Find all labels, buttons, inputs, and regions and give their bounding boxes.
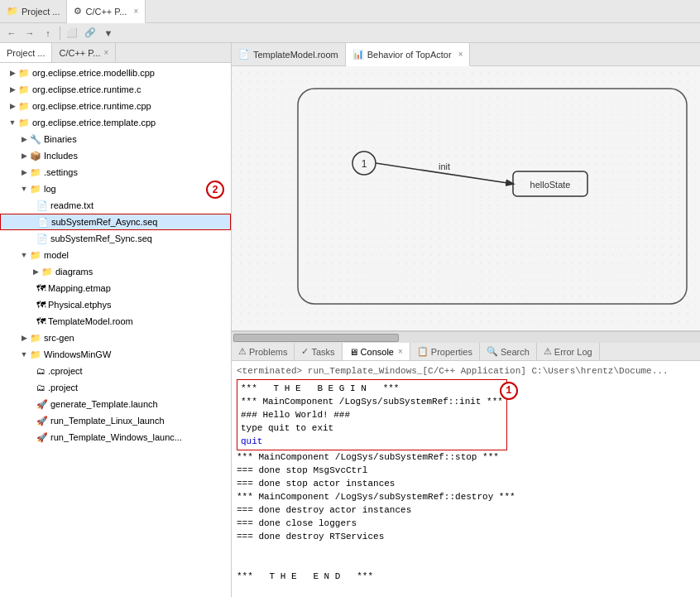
tree-item-run-linux[interactable]: 🚀 run_Template_Linux_launch — [0, 412, 231, 429]
label-generate-launch: generate_Template.launch — [50, 399, 158, 409]
scrollbar-thumb[interactable] — [233, 334, 399, 342]
templatemodel-tab-label: TemplateModel.room — [253, 50, 338, 60]
right-panel: 📄 TemplateModel.room 📊 Behavior of TopAc… — [232, 43, 700, 597]
tree-item-windowsmingw[interactable]: ▼ 📁 WindowsMinGW — [0, 346, 231, 363]
errorlog-label: Error Log — [554, 347, 592, 357]
cpp-tab-close-left[interactable]: × — [103, 48, 108, 57]
tree-item-log[interactable]: ▼ 📁 log 2 — [0, 181, 231, 197]
tab-templatemodel[interactable]: 📄 TemplateModel.room — [232, 43, 346, 65]
back-button[interactable]: ← — [3, 25, 20, 41]
icon-dotproject: 🗂 — [36, 383, 46, 392]
label-srcgen: src-gen — [44, 333, 74, 343]
label-run-linux: run_Template_Linux_launch — [50, 416, 165, 426]
icon-settings: 📁 — [30, 167, 41, 178]
tab-problems[interactable]: ⚠ Problems — [232, 343, 295, 360]
properties-icon: 📋 — [417, 346, 429, 357]
tab-tasks[interactable]: ✓ Tasks — [295, 343, 342, 360]
forward-button[interactable]: → — [22, 25, 38, 41]
tab-project-explorer[interactable]: Project ... — [0, 43, 52, 62]
console-line-init: *** MainComponent /LogSys/subSystemRef::… — [241, 395, 503, 408]
templatemodel-tab-icon: 📄 — [238, 49, 250, 60]
icon-physical: 🗺 — [36, 300, 46, 310]
label-modellib: org.eclipse.etrice.modellib.cpp — [32, 68, 155, 78]
tree-item-readme[interactable]: 📄 readme.txt — [0, 197, 231, 214]
tab-console[interactable]: 🖥 Console × — [343, 343, 410, 360]
console-tab-close[interactable]: × — [398, 347, 403, 356]
up-button[interactable]: ↑ — [40, 25, 56, 41]
label-readme: readme.txt — [50, 200, 93, 210]
arrow-srcgen: ▶ — [18, 334, 30, 342]
tree-item-templateroom[interactable]: 🗺 TemplateModel.room — [0, 313, 231, 330]
label-dotproject: .project — [48, 383, 78, 392]
tree-item-modellib[interactable]: ▶ 📁 org.eclipse.etrice.modellib.cpp — [0, 65, 231, 81]
tree-item-binaries[interactable]: ▶ 🔧 Binaries — [0, 131, 231, 147]
cpp-tab-icon: ⚙ — [74, 6, 82, 17]
tree-item-generate-launch[interactable]: 🚀 generate_Template.launch — [0, 396, 231, 412]
tree-item-diagrams[interactable]: ▶ 📁 diagrams — [0, 263, 231, 280]
tree-item-subref-async[interactable]: 📄 subSystemRef_Async.seq — [0, 214, 231, 230]
tree-item-cproject[interactable]: 🗂 .cproject — [0, 363, 231, 379]
left-panel: Project ... C/C++ P... × ▶ 📁 org.eclipse… — [0, 43, 232, 597]
link-button[interactable]: 🔗 — [82, 25, 98, 41]
search-icon: 🔍 — [487, 346, 498, 357]
tree-item-template-cpp[interactable]: ▼ 📁 org.eclipse.etrice.template.cpp — [0, 114, 231, 131]
console-area: <terminated> run_Template_Windows_[C/C++… — [232, 361, 700, 597]
icon-cproject: 🗂 — [36, 366, 46, 376]
properties-label: Properties — [431, 347, 472, 357]
toolbar-separator-1 — [60, 26, 60, 40]
label-mapping: Mapping.etmap — [48, 283, 111, 293]
label-windowsmingw: WindowsMinGW — [44, 349, 111, 359]
tree-item-subref-sync[interactable]: 📄 subSystemRef_Sync.seq — [0, 230, 231, 247]
label-includes: Includes — [44, 151, 78, 161]
tree-item-settings[interactable]: ▶ 📁 .settings — [0, 164, 231, 181]
tree-item-physical[interactable]: 🗺 Physical.etphys — [0, 296, 231, 313]
tree-item-run-windows[interactable]: 🚀 run_Template_Windows_launc... — [0, 429, 231, 445]
icon-model: 📁 — [30, 250, 41, 261]
cpp-tab-close[interactable]: × — [133, 7, 138, 16]
menu-button[interactable]: ▼ — [100, 25, 117, 41]
tab-cpp[interactable]: ⚙ C/C++ P... × — [67, 0, 146, 23]
tab-behavior[interactable]: 📊 Behavior of TopActor × — [346, 43, 471, 66]
tab-properties[interactable]: 📋 Properties — [410, 343, 480, 360]
icon-run-windows: 🚀 — [36, 432, 48, 443]
arrow-runtime-c: ▶ — [7, 85, 18, 94]
tree-item-dotproject[interactable]: 🗂 .project — [0, 379, 231, 396]
arrow-model: ▼ — [18, 251, 30, 259]
console-line-quit-prompt: type quit to exit — [241, 421, 503, 435]
label-templateroom: TemplateModel.room — [48, 316, 133, 326]
label-template-cpp: org.eclipse.etrice.template.cpp — [32, 118, 156, 128]
arrow-includes: ▶ — [18, 152, 30, 160]
console-line-hello: ### Hello World! ### — [241, 408, 503, 421]
label-binaries: Binaries — [44, 134, 77, 144]
icon-generate-launch: 🚀 — [36, 399, 48, 410]
tab-project[interactable]: 📁 Project ... — [0, 0, 67, 22]
tree-item-srcgen[interactable]: ▶ 📁 src-gen — [0, 330, 231, 346]
icon-runtime-c: 📁 — [18, 84, 30, 95]
console-line-quit: quit — [241, 435, 503, 448]
problems-label: Problems — [249, 347, 287, 357]
init-label: init — [439, 161, 450, 171]
diagram-scrollbar[interactable] — [232, 331, 700, 343]
tree-item-model[interactable]: ▼ 📁 model — [0, 247, 231, 263]
tree-item-runtime-cpp[interactable]: ▶ 📁 org.eclipse.etrice.runtime.cpp — [0, 98, 231, 114]
left-tab-bar: Project ... C/C++ P... × — [0, 43, 231, 63]
console-icon: 🖥 — [349, 347, 358, 357]
tab-errorlog[interactable]: ⚠ Error Log — [537, 343, 600, 360]
arrow-template-cpp: ▼ — [7, 118, 18, 127]
main-tab-bar: 📁 Project ... ⚙ C/C++ P... × — [0, 0, 700, 23]
tree-item-runtime-c[interactable]: ▶ 📁 org.eclipse.etrice.runtime.c — [0, 81, 231, 98]
project-explorer-label: Project ... — [7, 48, 45, 58]
behavior-tab-close[interactable]: × — [458, 50, 463, 59]
problems-icon: ⚠ — [238, 346, 247, 357]
console-line-done-destroy-rt: === done destroy RTServices — [237, 530, 695, 543]
collapse-button[interactable]: ⬜ — [64, 25, 80, 41]
tree-item-mapping[interactable]: 🗺 Mapping.etmap — [0, 280, 231, 296]
tab-search[interactable]: 🔍 Search — [480, 343, 537, 360]
errorlog-icon: ⚠ — [544, 346, 552, 357]
bottom-tab-bar: ⚠ Problems ✓ Tasks 🖥 Console × 📋 Propert… — [232, 343, 700, 361]
cpp-tab-label: C/C++ P... — [85, 7, 127, 17]
label-cproject: .cproject — [48, 366, 83, 376]
tab-cpp-projects[interactable]: C/C++ P... × — [52, 43, 116, 62]
tree-item-includes[interactable]: ▶ 📦 Includes — [0, 147, 231, 164]
tasks-icon: ✓ — [301, 346, 309, 357]
